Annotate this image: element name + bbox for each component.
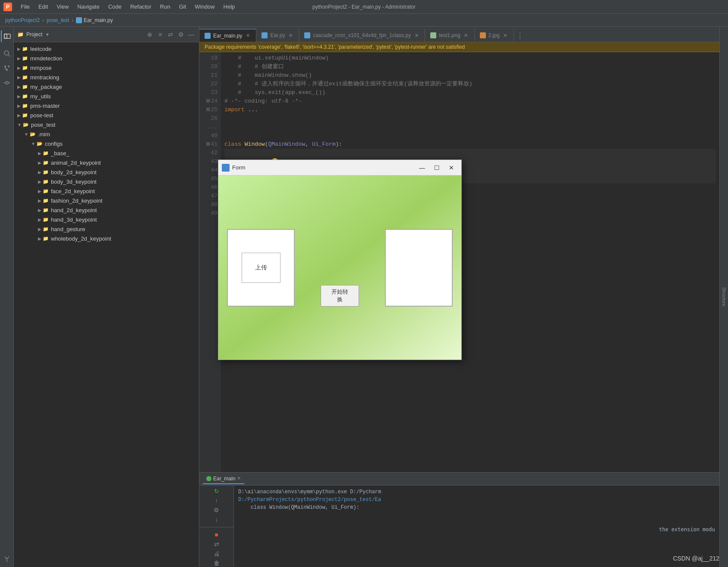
filetree-sort[interactable]: ⇄ (166, 30, 175, 39)
run-sidebar: ↻ ↑ ⚙ ↓ ■ ⇄ 🖨 🗑 (199, 486, 234, 567)
breadcrumb-folder[interactable]: pose_test (47, 17, 69, 23)
fold-icon[interactable]: ⊟ (205, 97, 210, 106)
filetree-settings[interactable]: ⚙ (176, 30, 185, 39)
folder-icon: 📁 (22, 45, 28, 52)
tab-close[interactable]: ✕ (245, 33, 251, 39)
convert-button[interactable]: 开始转换 (321, 285, 359, 307)
folder-icon: 📁 (42, 169, 49, 175)
run-delete-button[interactable]: 🗑 (211, 559, 223, 567)
code-line: import ... (224, 106, 716, 114)
tree-item[interactable]: ▶ 📁 my_utils (14, 91, 199, 101)
run-tab[interactable]: Ear_main ✕ (203, 474, 244, 484)
project-dropdown[interactable]: ▼ (45, 32, 50, 37)
run-output-line[interactable]: D:/PycharmProjects/pythonProject2/pose_t… (238, 496, 715, 504)
folder-icon: 📁 (22, 83, 28, 90)
tree-item[interactable]: ▼ 📂 .mim (14, 129, 199, 139)
filetree-close[interactable]: — (187, 30, 195, 39)
run-stop-up-button[interactable]: ↑ (211, 497, 223, 504)
filetree-locate[interactable]: ⊕ (145, 30, 154, 39)
menu-file[interactable]: File (17, 2, 33, 12)
sidebar-item-git[interactable] (1, 62, 13, 74)
run-restart-button[interactable]: ↻ (211, 487, 223, 495)
tab-ear[interactable]: Ear.py ✕ (256, 29, 299, 42)
tree-item[interactable]: ▶ 📁 face_2d_keypoint (14, 186, 199, 196)
folder-icon: 📁 (42, 207, 49, 213)
tree-item[interactable]: ▶ 📁 hand_gesture (14, 224, 199, 234)
warning-text: Package requirements 'coverage', 'flake8… (205, 44, 465, 50)
tab-ear-main[interactable]: Ear_main.py ✕ (199, 29, 256, 42)
run-extra-output: the extension modu (659, 526, 715, 533)
tree-item[interactable]: ▶ 📁 mmdetection (14, 53, 199, 63)
folder-icon: 📁 (22, 55, 28, 62)
form-maximize-button[interactable]: ☐ (430, 163, 443, 173)
folder-icon: 📁 (22, 102, 28, 109)
filetree-collapse[interactable]: ≡ (156, 30, 164, 39)
tab-2jpg[interactable]: 2.jpg ✕ (475, 29, 514, 42)
tab-bar: Ear_main.py ✕ Ear.py ✕ cascade_rcnn_x101… (199, 27, 719, 42)
tree-item[interactable]: ▶ 📁 _base_ (14, 148, 199, 158)
svg-point-10 (6, 81, 8, 84)
tree-item[interactable]: ▶ 📁 mmtracking (14, 72, 199, 82)
tab-cascade[interactable]: cascade_rcnn_x101_64x4d_fpn_1class.py ✕ (299, 29, 425, 42)
menu-navigate[interactable]: Navigate (74, 2, 103, 12)
menu-run[interactable]: Run (157, 2, 174, 12)
tree-item[interactable]: ▶ 📁 pose-test (14, 110, 199, 120)
more-tabs-button[interactable]: ⋮ (514, 29, 526, 42)
tree-item[interactable]: ▶ 📁 leetcode (14, 44, 199, 53)
filetree-content[interactable]: ▶ 📁 leetcode ▶ 📁 mmdetection ▶ 📁 mmpose … (14, 42, 199, 567)
sidebar-item-project[interactable] (1, 30, 13, 42)
tree-item[interactable]: ▶ 📁 fashion_2d_keypoint (14, 196, 199, 205)
tree-item[interactable]: ▶ 📁 body_3d_keypoint (14, 177, 199, 186)
fold-icon[interactable]: ⊟ (205, 140, 210, 149)
tree-item[interactable]: ▼ 📂 pose_test (14, 120, 199, 129)
tab-close[interactable]: ✕ (287, 32, 293, 38)
code-line: # ui.setupUi(mainWindow) (224, 54, 716, 63)
tab-label: Ear_main.py (213, 33, 242, 39)
run-sort-button[interactable]: ⇄ (211, 540, 223, 548)
sidebar-item-pull[interactable] (1, 553, 13, 565)
run-stop-button[interactable]: ■ (211, 531, 223, 539)
upload-button[interactable]: 上传 (242, 253, 280, 283)
form-minimize-button[interactable]: — (416, 163, 429, 173)
filetree-title: 📁 Project ▼ (17, 31, 50, 38)
tab-close[interactable]: ✕ (463, 32, 469, 38)
folder-icon: 📁 (42, 235, 49, 242)
run-print-button[interactable]: 🖨 (211, 550, 223, 558)
menu-git[interactable]: Git (176, 2, 190, 12)
tree-item[interactable]: ▶ 📁 body_2d_keypoint (14, 167, 199, 177)
right-sidebar: Structure (719, 27, 728, 567)
tab-label: test1.png (439, 32, 460, 38)
run-settings-button[interactable]: ⚙ (211, 506, 223, 514)
tab-close[interactable]: ✕ (502, 32, 508, 38)
sidebar-item-commit[interactable] (1, 77, 13, 89)
tree-item[interactable]: ▶ 📁 wholebody_2d_keypoint (14, 234, 199, 243)
upload-image-box: 上传 (227, 229, 295, 307)
tree-item[interactable]: ▶ 📁 my_package (14, 82, 199, 91)
menu-edit[interactable]: Edit (35, 2, 51, 12)
tree-item[interactable]: ▶ 📁 pms-master (14, 101, 199, 110)
tab-label: Ear.py (270, 32, 285, 38)
breadcrumb-project[interactable]: pythonProject2 (5, 17, 40, 23)
tree-item[interactable]: ▶ 📁 mmpose (14, 63, 199, 72)
tab-test1[interactable]: test1.png ✕ (425, 29, 474, 42)
tree-item[interactable]: ▶ 📁 animal_2d_keypoint (14, 158, 199, 167)
tab-close[interactable]: ✕ (413, 32, 419, 38)
code-line: # # 创建窗口 (224, 63, 716, 71)
run-tab-close[interactable]: ✕ (237, 476, 241, 481)
menu-refactor[interactable]: Refactor (127, 2, 155, 12)
menu-view[interactable]: View (53, 2, 72, 12)
menu-window[interactable]: Window (191, 2, 218, 12)
menu-code[interactable]: Code (105, 2, 125, 12)
menu-help[interactable]: Help (220, 2, 239, 12)
sidebar-item-search[interactable] (1, 47, 13, 60)
tree-item[interactable]: ▼ 📂 configs (14, 139, 199, 148)
tree-item[interactable]: ▶ 📁 hand_2d_keypoint (14, 205, 199, 215)
fold-icon[interactable]: ⊟ (205, 106, 210, 114)
run-down-button[interactable]: ↓ (211, 516, 223, 523)
form-close-button[interactable]: ✕ (445, 163, 458, 173)
folder-icon: 📁 (42, 216, 49, 223)
folder-icon: 📁 (42, 188, 49, 194)
code-line (224, 123, 716, 132)
project-icon: 📁 (17, 31, 24, 38)
tree-item[interactable]: ▶ 📁 hand_3d_keypoint (14, 215, 199, 224)
